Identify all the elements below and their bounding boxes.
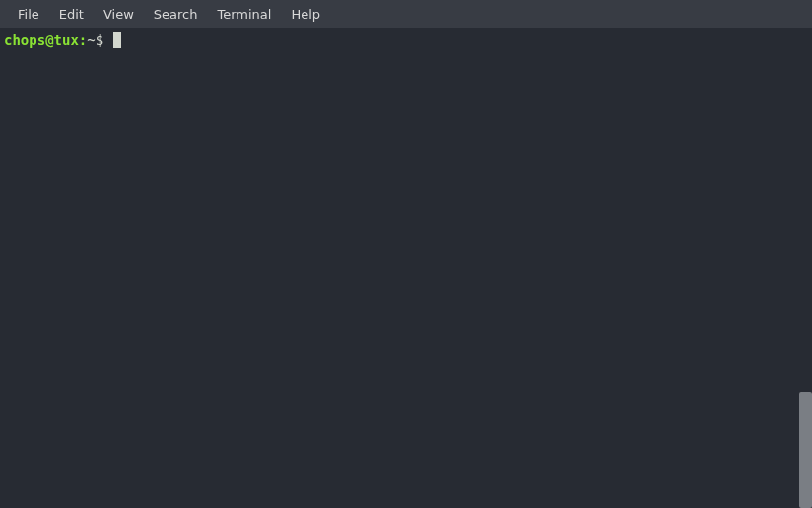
menubar: File Edit View Search Terminal Help [0, 0, 812, 28]
prompt-colon: : [79, 32, 87, 49]
prompt-path: ~ [87, 32, 95, 49]
prompt-symbol: $ [96, 32, 112, 49]
menu-terminal[interactable]: Terminal [207, 3, 281, 26]
menu-view[interactable]: View [94, 3, 144, 26]
menu-file[interactable]: File [8, 3, 49, 26]
prompt-user-host: chops@tux [4, 32, 79, 49]
menu-help[interactable]: Help [281, 3, 330, 26]
scrollbar-track[interactable] [799, 28, 812, 508]
prompt-line: chops@tux:~$ [4, 32, 808, 49]
cursor [113, 32, 121, 48]
scrollbar-thumb[interactable] [799, 392, 812, 508]
menu-search[interactable]: Search [144, 3, 208, 26]
menu-edit[interactable]: Edit [49, 3, 94, 26]
terminal-area[interactable]: chops@tux:~$ [0, 28, 812, 508]
